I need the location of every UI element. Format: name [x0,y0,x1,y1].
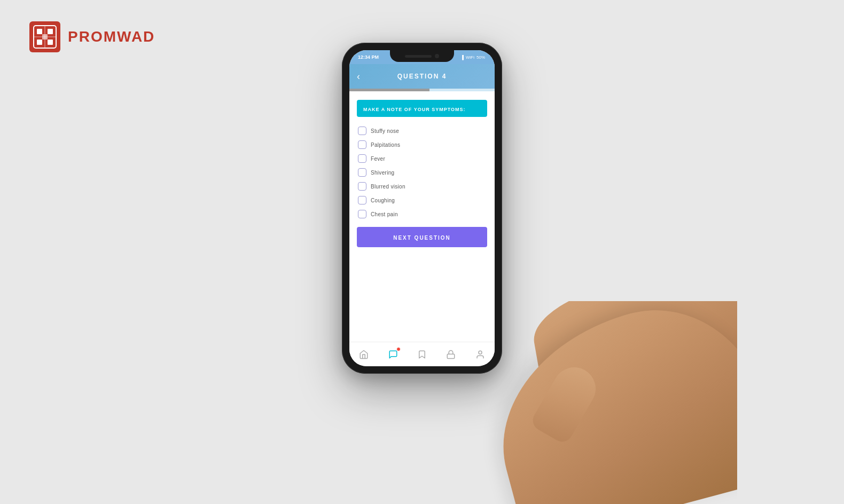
battery-text: 50% [476,55,485,60]
volume-icon: ▐ [460,55,464,60]
home-icon [359,350,369,359]
checkbox-coughing[interactable] [358,196,366,204]
fingers [527,301,737,404]
nav-lock[interactable] [445,349,457,360]
phone-frame: 12:34 PM ▐ WiFi 50% ‹ QUESTION 4 [342,43,502,374]
svg-rect-3 [48,29,53,34]
banner-text: MAKE A NOTE OF YOUR SYMPTOMS: [363,107,466,112]
bookmark-icon [417,350,427,359]
svg-rect-4 [37,40,42,45]
nav-chat[interactable] [387,349,399,360]
phone-notch [390,50,454,62]
phone-screen: 12:34 PM ▐ WiFi 50% ‹ QUESTION 4 [349,50,495,366]
logo-area: PROMWAD [29,21,155,52]
svg-rect-5 [48,40,53,45]
speaker [405,55,432,58]
symptom-shivering[interactable]: Shivering [357,166,487,179]
thumb-shape [529,359,603,445]
symptom-stuffy-nose[interactable]: Stuffy nose [357,124,487,137]
checkbox-shivering[interactable] [358,168,366,177]
logo-text: PROMWAD [68,28,155,45]
label-blurred-vision: Blurred vision [371,184,405,190]
label-fever: Fever [371,156,385,162]
back-button[interactable]: ‹ [357,71,360,82]
checkbox-blurred-vision[interactable] [358,182,366,191]
logo-icon [29,21,60,52]
checkbox-chest-pain[interactable] [358,210,366,218]
next-button-label: NEXT QUESTION [393,235,451,241]
label-coughing: Coughing [371,198,395,203]
symptom-list: Stuffy nose Palpitations Fever Shivering [357,124,487,220]
lock-icon [446,350,456,359]
label-chest-pain: Chest pain [371,211,398,217]
nav-profile[interactable] [474,349,486,360]
nav-home[interactable] [358,349,370,360]
bottom-nav [349,342,495,366]
chat-badge-dot [396,347,401,351]
label-palpitations: Palpitations [371,142,400,148]
question-title: QUESTION 4 [397,73,447,80]
svg-point-10 [479,351,482,354]
symptom-chest-pain[interactable]: Chest pain [357,208,487,220]
wifi-icon: WiFi [466,55,474,60]
svg-rect-2 [37,29,42,34]
phone-mockup: 12:34 PM ▐ WiFi 50% ‹ QUESTION 4 [342,43,502,374]
symptom-blurred-vision[interactable]: Blurred vision [357,180,487,193]
label-shivering: Shivering [371,170,394,176]
checkbox-palpitations[interactable] [358,140,366,149]
label-stuffy-nose: Stuffy nose [371,128,399,134]
checkbox-fever[interactable] [358,154,366,163]
nav-bookmark[interactable] [416,349,428,360]
checkbox-stuffy-nose[interactable] [358,127,366,135]
next-question-button[interactable]: NEXT QUESTION [357,227,487,247]
hand-shape [476,301,737,504]
symptom-fever[interactable]: Fever [357,152,487,165]
status-icons: ▐ WiFi 50% [460,55,485,60]
app-content: MAKE A NOTE OF YOUR SYMPTOMS: Stuffy nos… [349,91,495,342]
camera [435,54,439,58]
symptom-coughing[interactable]: Coughing [357,194,487,207]
chat-icon [388,350,398,359]
note-banner: MAKE A NOTE OF YOUR SYMPTOMS: [357,100,487,117]
status-time: 12:34 PM [358,54,379,60]
symptom-palpitations[interactable]: Palpitations [357,138,487,151]
svg-rect-9 [448,354,455,358]
app-header: ‹ QUESTION 4 [349,64,495,89]
profile-icon [475,350,485,359]
